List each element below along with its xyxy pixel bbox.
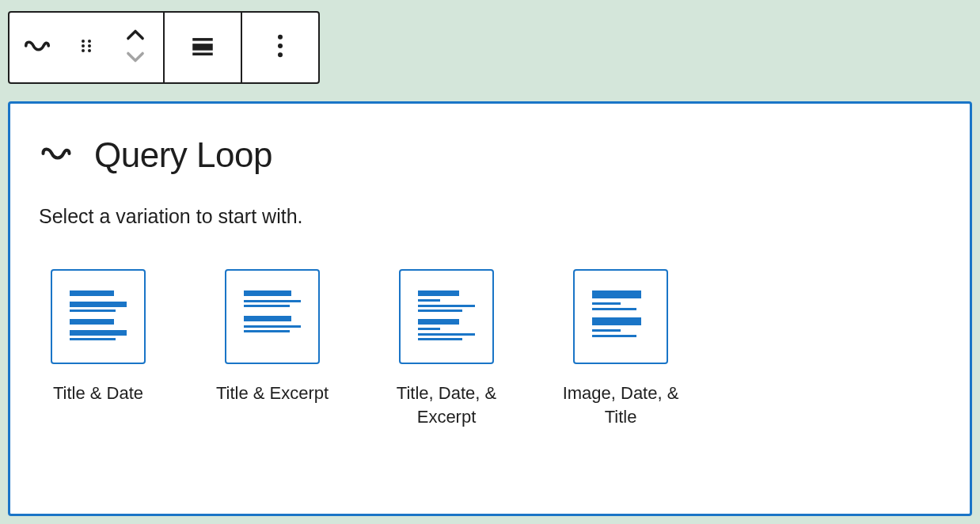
variation-label: Title & Excerpt xyxy=(216,382,329,405)
align-button[interactable] xyxy=(189,32,216,63)
svg-rect-22 xyxy=(244,325,301,328)
svg-rect-33 xyxy=(592,302,621,305)
svg-rect-27 xyxy=(418,309,462,312)
options-button[interactable] xyxy=(277,34,283,61)
block-type-button[interactable] xyxy=(22,31,52,64)
svg-rect-32 xyxy=(592,290,641,298)
svg-point-2 xyxy=(82,44,85,47)
svg-rect-21 xyxy=(244,316,291,321)
svg-rect-19 xyxy=(244,300,301,302)
svg-rect-29 xyxy=(418,328,440,330)
svg-rect-18 xyxy=(244,290,291,296)
variation-label: Image, Date, & Title xyxy=(561,382,680,428)
svg-rect-25 xyxy=(418,299,440,302)
placeholder-title: Query Loop xyxy=(94,135,272,175)
query-loop-placeholder: Query Loop Select a variation to start w… xyxy=(8,101,972,516)
svg-rect-24 xyxy=(418,290,459,296)
svg-rect-20 xyxy=(244,305,290,307)
svg-rect-34 xyxy=(592,308,636,310)
svg-rect-14 xyxy=(70,309,116,312)
svg-point-11 xyxy=(278,52,283,57)
move-down-button[interactable] xyxy=(124,51,146,66)
svg-point-10 xyxy=(278,44,283,48)
svg-rect-26 xyxy=(418,305,475,307)
variation-icon-title-excerpt xyxy=(225,269,320,364)
variation-icon-title-date-excerpt xyxy=(399,269,494,364)
variation-icon-title-date xyxy=(51,269,146,364)
variation-label: Title, Date, & Excerpt xyxy=(387,382,506,428)
drag-handle-icon xyxy=(77,36,96,59)
variation-title-date-excerpt[interactable]: Title, Date, & Excerpt xyxy=(387,269,506,428)
svg-rect-17 xyxy=(70,338,116,340)
svg-rect-6 xyxy=(192,38,213,41)
variation-picker: Title & Date Title & Excerpt xyxy=(39,269,941,428)
more-options-icon xyxy=(277,34,283,61)
svg-point-5 xyxy=(88,49,91,52)
variation-image-date-title[interactable]: Image, Date, & Title xyxy=(561,269,680,428)
svg-point-4 xyxy=(82,49,85,52)
svg-rect-8 xyxy=(192,53,213,56)
chevron-down-icon xyxy=(124,51,146,66)
variation-label: Title & Date xyxy=(53,382,143,405)
svg-rect-12 xyxy=(70,290,114,296)
svg-rect-31 xyxy=(418,338,462,340)
svg-point-3 xyxy=(88,44,91,47)
svg-rect-37 xyxy=(592,335,636,337)
drag-handle[interactable] xyxy=(77,36,96,59)
svg-rect-36 xyxy=(592,329,621,332)
svg-rect-28 xyxy=(418,319,459,325)
svg-rect-30 xyxy=(418,333,475,336)
svg-rect-35 xyxy=(592,317,641,325)
block-toolbar xyxy=(8,11,320,84)
svg-rect-7 xyxy=(192,44,213,50)
align-icon xyxy=(189,32,216,63)
svg-rect-13 xyxy=(70,302,127,307)
variation-title-date[interactable]: Title & Date xyxy=(39,269,158,428)
placeholder-header: Query Loop xyxy=(39,135,941,175)
move-up-button[interactable] xyxy=(124,28,146,44)
placeholder-instructions: Select a variation to start with. xyxy=(39,205,941,228)
chevron-up-icon xyxy=(124,28,146,44)
query-loop-icon xyxy=(22,31,52,64)
svg-rect-15 xyxy=(70,319,114,325)
svg-rect-16 xyxy=(70,330,127,336)
svg-rect-23 xyxy=(244,330,290,332)
svg-point-0 xyxy=(82,40,85,43)
variation-icon-image-date-title xyxy=(573,269,668,364)
svg-point-1 xyxy=(88,40,91,43)
svg-point-9 xyxy=(278,35,283,40)
variation-title-excerpt[interactable]: Title & Excerpt xyxy=(213,269,332,428)
query-loop-icon xyxy=(39,136,74,174)
